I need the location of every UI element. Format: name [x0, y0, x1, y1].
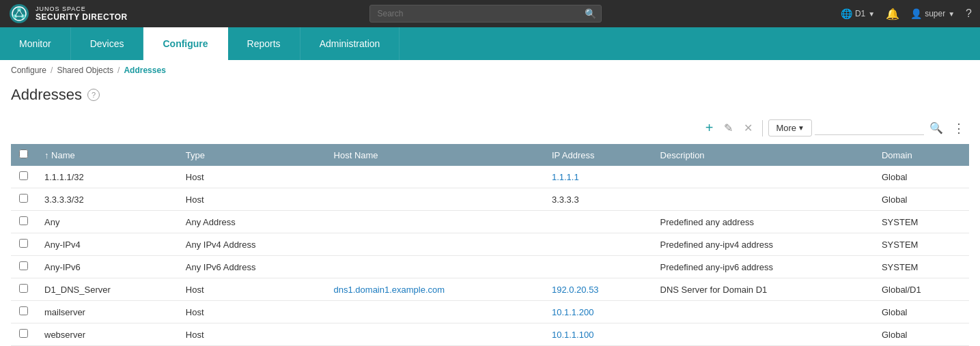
table-search-input[interactable]	[815, 121, 924, 135]
search-container: 🔍	[369, 5, 602, 23]
col-hostname[interactable]: Host Name	[326, 144, 544, 166]
cell-type-3: Any IPv4 Address	[178, 233, 326, 256]
cell-ip-7[interactable]: 10.1.1.100	[544, 323, 652, 346]
cell-ip-5[interactable]: 192.0.20.53	[544, 278, 652, 301]
cell-type-7: Host	[178, 323, 326, 346]
more-button[interactable]: More ▼	[768, 119, 812, 136]
col-description[interactable]: Description	[652, 144, 873, 166]
cell-name-3: Any-IPv4	[36, 233, 178, 256]
cell-type-6: Host	[178, 301, 326, 323]
row-checkbox-6[interactable]	[19, 306, 28, 315]
logo: JUNOS SPACE SECURITY DIRECTOR	[8, 3, 131, 25]
breadcrumb: Configure / Shared Objects / Addresses	[0, 60, 980, 81]
col-type[interactable]: Type	[178, 144, 326, 166]
domain-chevron-icon: ▼	[868, 10, 875, 18]
cell-name-4: Any-IPv6	[36, 256, 178, 278]
more-chevron-icon: ▼	[798, 124, 804, 132]
cell-ip-3	[544, 233, 652, 256]
cell-name-5: D1_DNS_Server	[36, 278, 178, 301]
ip-link-6[interactable]: 10.1.1.200	[552, 307, 593, 317]
globe-icon: 🌐	[841, 8, 852, 19]
row-checkbox-7[interactable]	[19, 329, 28, 338]
logo-text: JUNOS SPACE SECURITY DIRECTOR	[36, 5, 128, 22]
cell-description-2: Predefined any address	[652, 211, 873, 233]
toolbar: + ✎ ✕ More ▼ 🔍 ⋮	[0, 115, 980, 144]
cell-ip-2	[544, 211, 652, 233]
addresses-table: ↑ Name Type Host Name IP Address Descrip…	[11, 144, 969, 346]
hostname-link-5[interactable]: dns1.domain1.example.com	[334, 285, 445, 295]
topbar-right: 🌐 D1 ▼ 🔔 👤 super ▼ ?	[841, 8, 972, 20]
breadcrumb-shared-objects[interactable]: Shared Objects	[57, 66, 113, 75]
row-checkbox-3[interactable]	[19, 239, 28, 248]
table-row: D1_DNS_ServerHostdns1.domain1.example.co…	[11, 278, 969, 301]
row-checkbox-1[interactable]	[19, 194, 28, 203]
cell-name-6: mailserver	[36, 301, 178, 323]
nav-item-administration[interactable]: Administration	[300, 27, 400, 60]
cell-domain-3: SYSTEM	[873, 233, 969, 256]
bell-icon[interactable]: 🔔	[886, 8, 899, 20]
cell-domain-0: Global	[873, 166, 969, 188]
navbar: Monitor Devices Configure Reports Admini…	[0, 27, 980, 60]
cell-hostname-3	[326, 233, 544, 256]
logo-icon	[8, 3, 30, 25]
table-row: webserverHost10.1.1.100Global	[11, 323, 969, 346]
cell-description-5: DNS Server for Domain D1	[652, 278, 873, 301]
table-row: 1.1.1.1/32Host1.1.1.1Global	[11, 166, 969, 188]
table-row: AnyAny AddressPredefined any addressSYST…	[11, 211, 969, 233]
col-domain[interactable]: Domain	[873, 144, 969, 166]
delete-button[interactable]: ✕	[740, 119, 757, 137]
select-all-checkbox[interactable]	[19, 149, 28, 158]
table-search-icon[interactable]: 🔍	[927, 120, 946, 136]
breadcrumb-sep1: /	[51, 66, 53, 75]
ip-link-5[interactable]: 192.0.20.53	[552, 285, 599, 295]
nav-item-devices[interactable]: Devices	[71, 27, 144, 60]
breadcrumb-configure[interactable]: Configure	[11, 66, 46, 75]
cell-ip-4	[544, 256, 652, 278]
cell-domain-1: Global	[873, 188, 969, 211]
cell-hostname-6	[326, 301, 544, 323]
nav-item-reports[interactable]: Reports	[228, 27, 300, 60]
col-ipaddress[interactable]: IP Address	[544, 144, 652, 166]
cell-domain-4: SYSTEM	[873, 256, 969, 278]
topbar: JUNOS SPACE SECURITY DIRECTOR 🔍 🌐 D1 ▼ 🔔…	[0, 0, 980, 27]
cell-ip-1: 3.3.3.3	[544, 188, 652, 211]
row-checkbox-2[interactable]	[19, 216, 28, 225]
nav-item-monitor[interactable]: Monitor	[0, 27, 71, 60]
user-icon: 👤	[910, 8, 922, 19]
nav-item-configure[interactable]: Configure	[143, 27, 227, 60]
search-icon[interactable]: 🔍	[585, 8, 596, 19]
user-label: super	[925, 9, 945, 18]
row-checkbox-5[interactable]	[19, 284, 28, 293]
col-name[interactable]: ↑ Name	[36, 144, 178, 166]
cell-hostname-5[interactable]: dns1.domain1.example.com	[326, 278, 544, 301]
cell-type-1: Host	[178, 188, 326, 211]
edit-button[interactable]: ✎	[720, 119, 737, 137]
cell-hostname-7	[326, 323, 544, 346]
cell-name-1: 3.3.3.3/32	[36, 188, 178, 211]
cell-description-3: Predefined any-ipv4 address	[652, 233, 873, 256]
cell-description-4: Predefined any-ipv6 address	[652, 256, 873, 278]
user-selector[interactable]: 👤 super ▼	[910, 8, 955, 19]
table-row: mailserverHost10.1.1.200Global	[11, 301, 969, 323]
more-label: More	[776, 123, 796, 133]
add-button[interactable]: +	[701, 117, 718, 139]
cell-type-2: Any Address	[178, 211, 326, 233]
row-checkbox-4[interactable]	[19, 261, 28, 270]
page-help-icon[interactable]: ?	[87, 89, 100, 101]
breadcrumb-current: Addresses	[124, 66, 165, 75]
ip-link-0[interactable]: 1.1.1.1	[552, 172, 579, 182]
cell-description-7	[652, 323, 873, 346]
row-checkbox-0[interactable]	[19, 171, 28, 180]
cell-description-6	[652, 301, 873, 323]
table-header-row: ↑ Name Type Host Name IP Address Descrip…	[11, 144, 969, 166]
cell-domain-7: Global	[873, 323, 969, 346]
kebab-menu-icon[interactable]: ⋮	[949, 119, 969, 137]
search-input[interactable]	[369, 5, 602, 23]
help-icon[interactable]: ?	[966, 8, 972, 20]
ip-link-7[interactable]: 10.1.1.100	[552, 330, 593, 340]
table-row: Any-IPv4Any IPv4 AddressPredefined any-i…	[11, 233, 969, 256]
domain-selector[interactable]: 🌐 D1 ▼	[841, 8, 875, 19]
cell-ip-6[interactable]: 10.1.1.200	[544, 301, 652, 323]
cell-ip-0[interactable]: 1.1.1.1	[544, 166, 652, 188]
table-container: ↑ Name Type Host Name IP Address Descrip…	[0, 144, 980, 346]
